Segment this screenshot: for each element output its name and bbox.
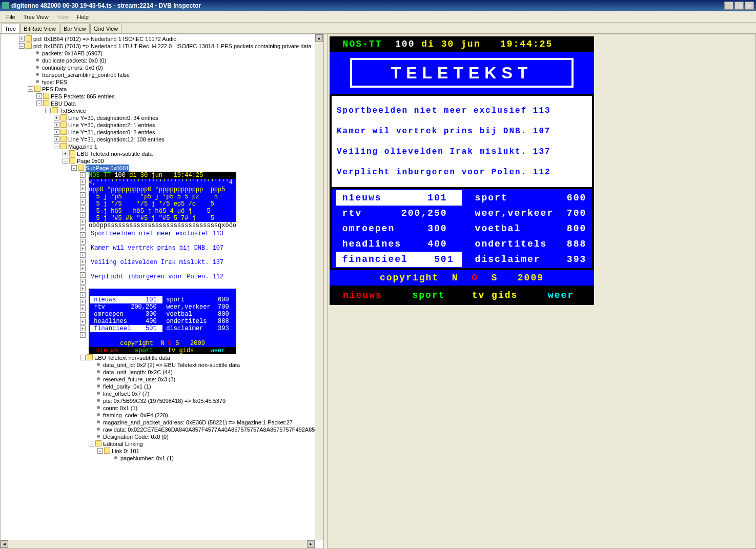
- tree-label[interactable]: type: PES: [42, 78, 67, 86]
- tree-label[interactable]: magazine_and_packet_address: 0xE36D (582…: [103, 419, 293, 426]
- tree-label[interactable]: transport_scrambling_control: false: [42, 71, 130, 78]
- tree-label[interactable]: pts: 0x75B99C32 (1975098418) => 6:05:45.…: [103, 397, 226, 404]
- tree-expander[interactable]: −: [63, 158, 68, 164]
- tree-node[interactable]: +Line Y=30, designation:2: 1 entries: [2, 121, 322, 129]
- tree-node[interactable]: count: 0x1 (1): [2, 404, 322, 412]
- tree-label[interactable]: Designation Code: 0x0 (0): [103, 433, 169, 440]
- tree-label[interactable]: Page 0x00: [77, 157, 104, 165]
- close-button[interactable]: ×: [745, 2, 754, 10]
- tree-node[interactable]: +EBU Teletext non-subtitle data: [2, 150, 322, 157]
- tree-node[interactable]: +Line Y=31, designation:0: 2 entries: [2, 129, 322, 136]
- tree-expander[interactable]: +: [80, 199, 86, 205]
- tree-label[interactable]: SubPage 0x0001: [86, 165, 129, 172]
- menu-help[interactable]: Help: [73, 13, 93, 21]
- tree-label[interactable]: EBU Teletext non-subtitle data: [94, 354, 170, 361]
- tree-expander[interactable]: +: [80, 259, 86, 265]
- scroll-left-button[interactable]: ◄: [1, 540, 8, 548]
- tree-label[interactable]: data_unit_length: 0x2C (44): [103, 369, 173, 376]
- tree-expander[interactable]: +: [80, 246, 86, 251]
- tree-expander[interactable]: +: [54, 122, 59, 128]
- tree-expander[interactable]: +: [80, 252, 86, 258]
- tree-label[interactable]: count: 0x1 (1): [103, 404, 137, 412]
- tree-expander[interactable]: −: [54, 144, 59, 149]
- tree-label[interactable]: Line Y=30, designation:2: 1 entries: [68, 121, 155, 129]
- tree-node[interactable]: +Line Y=31, designation:12: 108 entries: [2, 136, 322, 143]
- tree-expander[interactable]: −: [45, 108, 51, 113]
- tree-expander[interactable]: +: [80, 239, 86, 245]
- tree-label[interactable]: Line Y=31, designation:12: 108 entries: [68, 136, 165, 143]
- tree-expander[interactable]: +: [54, 115, 59, 120]
- tree-node[interactable]: −EBU Data: [2, 100, 322, 107]
- tree-expander[interactable]: +: [80, 226, 86, 231]
- tab-tree[interactable]: Tree: [1, 24, 19, 33]
- tree-expander[interactable]: +: [63, 151, 68, 156]
- tree-label[interactable]: reserved_future_use: 0x3 (3): [103, 376, 175, 383]
- tree-node[interactable]: −Magazine 1: [2, 143, 322, 150]
- tree-expander[interactable]: +: [80, 292, 86, 298]
- tree-node[interactable]: duplicate packets: 0x0 (0): [2, 57, 322, 64]
- tree-node[interactable]: −SubPage 0x0001: [2, 165, 322, 172]
- tree-label[interactable]: field_parity: 0x1 (1): [103, 383, 151, 390]
- tree-expander[interactable]: +: [80, 266, 86, 271]
- tree-label[interactable]: TxtService: [59, 107, 86, 114]
- tree-label[interactable]: Line Y=30, designation:0: 34 entries: [68, 114, 158, 121]
- tree-node[interactable]: +pid: 0x1B64 (7012) => Nederland 1 ISO/I…: [2, 35, 322, 43]
- tree-expander[interactable]: +: [19, 36, 25, 42]
- tree-expander[interactable]: +: [80, 186, 86, 191]
- tree-expander[interactable]: −: [19, 43, 25, 49]
- tree-node[interactable]: data_unit_id: 0x2 (2) => EBU Teletext no…: [2, 361, 322, 369]
- menu-tree-view[interactable]: Tree View: [19, 13, 53, 21]
- tree-expander[interactable]: +: [80, 312, 86, 318]
- tree-expander[interactable]: +: [80, 232, 86, 238]
- tree-expander[interactable]: +: [80, 206, 86, 211]
- tree-node[interactable]: field_parity: 0x1 (1): [2, 383, 322, 390]
- tree-node[interactable]: packets: 0x1AFB (6907): [2, 50, 322, 57]
- scroll-right-button[interactable]: ►: [307, 540, 315, 548]
- tree-label[interactable]: line_offset: 0x7 (7): [103, 390, 149, 397]
- tree-expander[interactable]: +: [80, 219, 86, 225]
- tree-label[interactable]: Magazine 1: [68, 143, 97, 150]
- vertical-scrollbar[interactable]: ▲: [315, 34, 323, 540]
- tree-label[interactable]: data_unit_id: 0x2 (2) => EBU Teletext no…: [103, 361, 240, 369]
- tree-expander[interactable]: +: [80, 212, 86, 218]
- maximize-button[interactable]: □: [734, 2, 744, 10]
- tree-label[interactable]: PES Packets: 865 entries: [51, 93, 115, 100]
- tree-node[interactable]: −Link 0: 101: [2, 448, 322, 455]
- tree-node[interactable]: −PES Data: [2, 86, 322, 93]
- scroll-up-button[interactable]: ▲: [315, 34, 323, 42]
- tree-node[interactable]: Designation Code: 0x0 (0): [2, 433, 322, 440]
- minimize-button[interactable]: _: [724, 2, 733, 10]
- tree-expander[interactable]: +: [80, 279, 86, 284]
- tree-expander[interactable]: +: [36, 93, 42, 99]
- tree-expander[interactable]: +: [54, 136, 59, 142]
- tree-node[interactable]: continuity errors: 0x0 (0): [2, 64, 322, 71]
- tree-node[interactable]: magazine_and_packet_address: 0xE36D (582…: [2, 419, 322, 426]
- tree-node[interactable]: transport_scrambling_control: false: [2, 71, 322, 78]
- tree-node[interactable]: −TxtService: [2, 107, 322, 114]
- tree-expander[interactable]: −: [71, 165, 77, 171]
- tab-bar[interactable]: Bar View: [60, 24, 90, 33]
- tree-expander[interactable]: +: [80, 172, 86, 178]
- tree-node[interactable]: pageNumber: 0x1 (1): [2, 455, 322, 462]
- tree-node[interactable]: −pid: 0x1B65 (7013) => Nederland 1 ITU-T…: [2, 43, 322, 50]
- tree-node[interactable]: data_unit_length: 0x2C (44): [2, 369, 322, 376]
- tree-label[interactable]: pid: 0x1B64 (7012) => Nederland 1 ISO/IE…: [33, 35, 176, 43]
- tree-label[interactable]: Line Y=31, designation:0: 2 entries: [68, 129, 155, 136]
- tree-expander[interactable]: +: [80, 286, 86, 291]
- horizontal-scrollbar[interactable]: ◄ ►: [1, 540, 315, 548]
- tree-label[interactable]: EBU Data: [51, 100, 76, 107]
- tree-expander[interactable]: +: [80, 319, 86, 324]
- tree-label[interactable]: Link 0: 101: [112, 448, 139, 455]
- tree-expander[interactable]: +: [80, 332, 86, 338]
- tab-grid[interactable]: Grid View: [90, 24, 121, 33]
- tree-node[interactable]: line_offset: 0x7 (7): [2, 390, 322, 397]
- tree-node[interactable]: −Page 0x00: [2, 157, 322, 165]
- menu-file[interactable]: File: [2, 13, 19, 21]
- tree-node[interactable]: −Editorial Linking: [2, 440, 322, 448]
- tree-label[interactable]: duplicate packets: 0x0 (0): [42, 57, 106, 64]
- tree-node[interactable]: +Line Y=30, designation:0: 34 entries: [2, 114, 322, 121]
- tab-bitrate[interactable]: BitRate View: [20, 24, 59, 33]
- tree-node[interactable]: +PES Packets: 865 entries: [2, 93, 322, 100]
- tree-label[interactable]: packets: 0x1AFB (6907): [42, 50, 103, 57]
- tree-node[interactable]: type: PES: [2, 78, 322, 86]
